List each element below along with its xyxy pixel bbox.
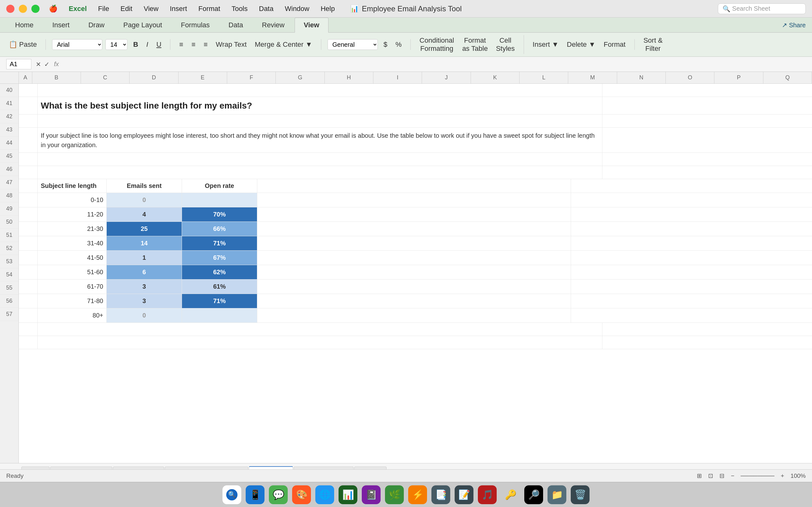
tab-review[interactable]: Review	[253, 18, 293, 32]
zoom-slider[interactable]: ────────	[741, 472, 775, 480]
menu-tools[interactable]: Tools	[232, 5, 247, 13]
view-page-break-icon[interactable]: ⊟	[719, 472, 724, 480]
cell-b56[interactable]	[38, 323, 602, 336]
cell-emails-31-40[interactable]: 14	[107, 236, 182, 250]
col-header-h[interactable]: H	[325, 72, 373, 83]
cell-a56[interactable]	[19, 323, 38, 336]
cell-emails-51-60[interactable]: 6	[107, 265, 182, 279]
zoom-out-icon[interactable]: −	[731, 472, 734, 480]
tab-formulas[interactable]: Formulas	[172, 18, 219, 32]
cell-a57[interactable]	[19, 336, 38, 349]
cell-rest-53[interactable]	[257, 280, 571, 294]
cell-a42[interactable]	[19, 115, 38, 127]
menu-help[interactable]: Help	[321, 5, 335, 13]
maximize-button[interactable]	[32, 5, 40, 13]
col-header-q[interactable]: Q	[763, 72, 812, 83]
menu-edit[interactable]: Edit	[120, 5, 132, 13]
cell-open-21-30[interactable]: 66%	[182, 222, 257, 236]
tab-home[interactable]: Home	[6, 18, 42, 32]
cell-rest-47[interactable]	[257, 193, 571, 207]
cell-a47[interactable]	[19, 193, 38, 207]
cell-a48[interactable]	[19, 207, 38, 222]
number-format-selector[interactable]: General	[328, 39, 378, 50]
dock-app-store[interactable]: 📱	[246, 485, 265, 504]
font-family-selector[interactable]: Arial	[52, 39, 102, 50]
cancel-formula-icon[interactable]: ✕	[36, 61, 41, 68]
cell-range-11-20[interactable]: 11-20	[38, 207, 107, 222]
underline-button[interactable]: U	[154, 39, 164, 50]
cell-range-71-80[interactable]: 71-80	[38, 294, 107, 308]
cell-range-80plus[interactable]: 80+	[38, 308, 107, 323]
cell-open-51-60[interactable]: 62%	[182, 265, 257, 279]
align-center-button[interactable]: ≡	[189, 39, 198, 50]
minimize-button[interactable]	[19, 5, 27, 13]
align-left-button[interactable]: ≡	[177, 39, 186, 50]
cell-description[interactable]: If your subject line is too long employe…	[38, 128, 602, 153]
cell-emails-21-30[interactable]: 25	[107, 222, 182, 236]
cell-a41[interactable]	[19, 97, 38, 114]
dock-photoshop[interactable]: 🎨	[292, 485, 311, 504]
col-header-d[interactable]: D	[130, 72, 178, 83]
formula-input[interactable]	[63, 61, 806, 68]
currency-button[interactable]: $	[381, 39, 390, 50]
dock-safari[interactable]: 🌐	[315, 485, 334, 504]
font-size-selector[interactable]: 14	[105, 39, 127, 50]
dock-music[interactable]: 🎵	[478, 485, 497, 504]
close-button[interactable]	[6, 5, 14, 13]
delete-cells-button[interactable]: Delete ▼	[565, 39, 598, 50]
tab-insert[interactable]: Insert	[44, 18, 78, 32]
cell-b44[interactable]	[38, 153, 602, 166]
apple-menu[interactable]: 🍎	[49, 5, 57, 13]
cell-range-0-10[interactable]: 0-10	[38, 193, 107, 207]
cell-emails-41-50[interactable]: 1	[107, 251, 182, 265]
menu-data[interactable]: Data	[259, 5, 273, 13]
col-header-m[interactable]: M	[568, 72, 617, 83]
cell-emails-80plus[interactable]: 0	[107, 308, 182, 323]
cell-b42[interactable]	[38, 115, 602, 127]
cell-open-31-40[interactable]: 71%	[182, 236, 257, 250]
dock-1password[interactable]: 🔑	[501, 485, 520, 504]
dock-search2[interactable]: 🔎	[524, 485, 543, 504]
cell-open-80plus[interactable]	[182, 308, 257, 323]
tab-data[interactable]: Data	[220, 18, 252, 32]
wrap-text-button[interactable]: Wrap Text	[213, 39, 249, 50]
zoom-in-icon[interactable]: +	[780, 472, 784, 480]
col-header-f[interactable]: F	[227, 72, 276, 83]
bold-button[interactable]: B	[130, 39, 140, 50]
menu-format[interactable]: Format	[198, 5, 220, 13]
cell-emails-61-70[interactable]: 3	[107, 280, 182, 294]
dock-folder[interactable]: 📁	[547, 485, 566, 504]
cell-emails-71-80[interactable]: 3	[107, 294, 182, 308]
menu-file[interactable]: File	[98, 5, 109, 13]
cell-open-0-10[interactable]	[182, 193, 257, 207]
dock-notes[interactable]: 📝	[455, 485, 473, 504]
cell-a44[interactable]	[19, 153, 38, 166]
cell-rest-49[interactable]	[257, 222, 571, 236]
cell-open-41-50[interactable]: 67%	[182, 251, 257, 265]
col-header-e[interactable]: E	[179, 72, 227, 83]
cell-subject-header[interactable]: Subject line length	[38, 179, 107, 192]
tab-draw[interactable]: Draw	[80, 18, 113, 32]
cell-a50[interactable]	[19, 236, 38, 250]
cell-emails-header[interactable]: Emails sent	[107, 179, 182, 192]
cell-range-31-40[interactable]: 31-40	[38, 236, 107, 250]
menu-excel[interactable]: Excel	[69, 5, 87, 13]
dock-onenote[interactable]: 📓	[362, 485, 381, 504]
dock-messages[interactable]: 💬	[269, 485, 288, 504]
cell-rest-54[interactable]	[257, 294, 571, 308]
cell-open-71-80[interactable]: 71%	[182, 294, 257, 308]
col-header-p[interactable]: P	[714, 72, 763, 83]
col-header-n[interactable]: N	[617, 72, 666, 83]
cell-emails-0-10[interactable]: 0	[107, 193, 182, 207]
tab-page-layout[interactable]: Page Layout	[115, 18, 171, 32]
dock-slideshare[interactable]: 📑	[431, 485, 450, 504]
italic-button[interactable]: I	[144, 39, 151, 50]
cell-emails-11-20[interactable]: 4	[107, 207, 182, 222]
col-header-k[interactable]: K	[471, 72, 520, 83]
cell-a45[interactable]	[19, 166, 38, 179]
cell-range-21-30[interactable]: 21-30	[38, 222, 107, 236]
col-header-l[interactable]: L	[520, 72, 568, 83]
merge-center-button[interactable]: Merge & Center ▼	[252, 39, 315, 50]
col-header-o[interactable]: O	[666, 72, 714, 83]
cell-open-61-70[interactable]: 61%	[182, 280, 257, 294]
